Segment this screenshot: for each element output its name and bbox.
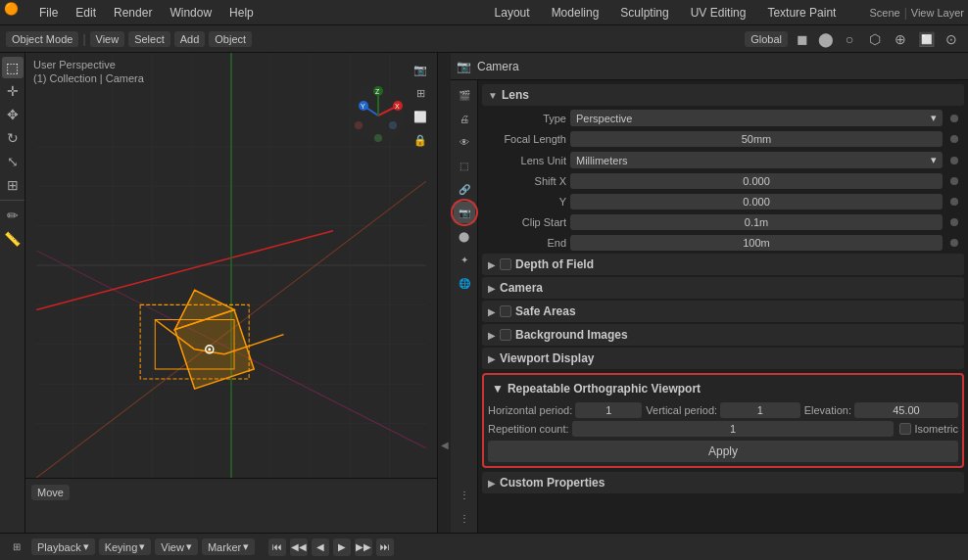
custom-props-section-header[interactable]: ▶ Custom Properties	[482, 472, 964, 493]
props-tab-output[interactable]: 🖨	[454, 108, 475, 129]
camera-section-header[interactable]: ▶ Camera	[482, 277, 964, 299]
props-tab-particles[interactable]: ✦	[454, 249, 475, 270]
tool-select[interactable]: ⬚	[2, 57, 24, 78]
lens-type-select[interactable]: Perspective ▾	[570, 110, 943, 126]
add-menu[interactable]: Add	[174, 31, 206, 47]
view-menu-bottom[interactable]: View ▾	[155, 538, 198, 555]
viewport-lock-icon[interactable]: 🔒	[410, 129, 431, 151]
shift-y-value[interactable]: 0.000	[570, 194, 943, 210]
marker-menu[interactable]: Marker ▾	[202, 538, 255, 555]
props-tab-world[interactable]: 🌐	[454, 272, 475, 294]
play-forward-btn[interactable]: ▶	[333, 538, 351, 556]
repetition-count-value[interactable]: 1	[572, 421, 895, 437]
bg-images-checkbox[interactable]	[500, 329, 511, 341]
tool-annotate[interactable]: ✏	[2, 205, 24, 226]
left-toolbar: ⬚ ✛ ✥ ↻ ⤡ ⊞ ✏ 📏	[0, 53, 25, 533]
keying-menu[interactable]: Keying ▾	[99, 538, 152, 555]
menu-file[interactable]: File	[31, 4, 66, 22]
viewport-grid-icon[interactable]: ⊞	[410, 82, 431, 104]
shift-x-value[interactable]: 0.000	[570, 173, 943, 189]
mode-selector[interactable]: Object Mode	[6, 31, 78, 47]
props-scroll-top[interactable]: ⋮	[454, 484, 475, 505]
clip-start-value[interactable]: 0.1m	[570, 214, 943, 230]
step-back-btn[interactable]: ◀◀	[290, 538, 308, 556]
repeatable-orth-header[interactable]: ▼ Repeatable Orthographic Viewport	[488, 379, 958, 398]
viewport-gizmo[interactable]: ⊕	[890, 28, 911, 50]
isometric-group[interactable]: Isometric	[899, 423, 958, 435]
viewport-overlay[interactable]: ⬡	[864, 28, 886, 50]
viewport-shading-rendered[interactable]: ○	[839, 28, 860, 50]
tool-transform[interactable]: ⊞	[2, 174, 24, 196]
menu-texture-paint[interactable]: Texture Paint	[759, 4, 844, 22]
svg-point-41	[355, 121, 363, 129]
focal-length-dot[interactable]	[950, 135, 958, 143]
menu-modeling[interactable]: Modeling	[544, 4, 607, 22]
focal-length-value[interactable]: 50mm	[570, 131, 943, 147]
props-tab-scene[interactable]: 🎬	[454, 84, 475, 106]
viewport-area[interactable]: User Perspective (1) Collection | Camera…	[25, 53, 437, 533]
menu-window[interactable]: Window	[162, 4, 219, 22]
select-menu[interactable]: Select	[128, 31, 170, 47]
jump-to-start-btn[interactable]: ⏮	[268, 538, 286, 556]
viewport-region-icon[interactable]: ⬜	[410, 106, 431, 127]
shift-x-dot[interactable]	[950, 177, 958, 185]
clip-start-dot[interactable]	[950, 218, 958, 226]
viewport-proportional[interactable]: ⊙	[941, 28, 962, 50]
tool-measure[interactable]: 📏	[2, 228, 24, 250]
menu-help[interactable]: Help	[221, 4, 262, 22]
transform-global[interactable]: Global	[745, 31, 788, 47]
shift-y-dot[interactable]	[950, 198, 958, 206]
clip-end-value[interactable]: 100m	[570, 235, 943, 251]
workspace-icon[interactable]: ⊞	[6, 537, 27, 558]
menu-sculpting[interactable]: Sculpting	[612, 4, 676, 22]
lens-unit-dot[interactable]	[950, 157, 958, 164]
lens-type-dot[interactable]	[950, 115, 958, 122]
safe-areas-checkbox[interactable]	[500, 305, 511, 317]
props-scroll-bottom[interactable]: ⋮	[454, 507, 475, 529]
viewport-shading-solid[interactable]: ◼	[792, 28, 813, 50]
tool-scale[interactable]: ⤡	[2, 151, 24, 172]
viewport-snapping[interactable]: 🔲	[915, 28, 937, 50]
props-tab-constraints[interactable]: 🔗	[454, 178, 475, 200]
viewport-shading-material[interactable]: ⬤	[815, 28, 837, 50]
menu-render[interactable]: Render	[106, 4, 160, 22]
collapse-panel-btn[interactable]: ◀	[439, 440, 450, 450]
tool-cursor[interactable]: ✛	[2, 80, 24, 102]
repeatable-orth-arrow-icon: ▼	[492, 382, 504, 396]
jump-to-end-btn[interactable]: ⏭	[376, 538, 394, 556]
viewport-toolbar: Object Mode | View Select Add Object Glo…	[0, 25, 968, 53]
props-tab-object[interactable]: ⬚	[454, 155, 475, 176]
viewport-camera-icon[interactable]: 📷	[410, 59, 431, 80]
menu-edit[interactable]: Edit	[68, 4, 104, 22]
bg-images-section-header[interactable]: ▶ Background Images	[482, 324, 964, 346]
playback-menu[interactable]: Playback ▾	[31, 538, 95, 555]
isometric-checkbox[interactable]	[899, 423, 911, 435]
props-tab-object-data[interactable]: 📷	[454, 202, 475, 223]
camera-section-title: Camera	[500, 281, 543, 295]
clip-end-dot[interactable]	[950, 239, 958, 247]
dof-checkbox[interactable]	[500, 258, 511, 270]
menu-uv-editing[interactable]: UV Editing	[683, 4, 754, 22]
move-tool-btn[interactable]: Move	[31, 485, 70, 500]
vertical-period-value[interactable]: 1	[720, 402, 800, 418]
view-menu[interactable]: View	[90, 31, 125, 47]
props-tab-material[interactable]: ⬤	[454, 225, 475, 247]
navigation-gizmo[interactable]: X Y Z	[349, 86, 408, 145]
safe-areas-section-header[interactable]: ▶ Safe Areas	[482, 301, 964, 322]
lens-unit-select[interactable]: Millimeters ▾	[570, 152, 943, 168]
dof-section-header[interactable]: ▶ Depth of Field	[482, 254, 964, 275]
apply-button[interactable]: Apply	[488, 441, 958, 462]
top-menu-bar: 🟠 File Edit Render Window Help Layout Mo…	[0, 0, 968, 25]
viewport-display-section-header[interactable]: ▶ Viewport Display	[482, 348, 964, 369]
elevation-value[interactable]: 45.00	[854, 402, 958, 418]
horizontal-period-value[interactable]: 1	[575, 402, 642, 418]
viewport-canvas[interactable]: User Perspective (1) Collection | Camera…	[25, 53, 437, 478]
object-menu[interactable]: Object	[209, 31, 252, 47]
play-back-btn[interactable]: ◀	[312, 538, 329, 556]
lens-section-header[interactable]: ▼ Lens	[482, 84, 964, 106]
step-forward-btn[interactable]: ▶▶	[355, 538, 372, 556]
tool-rotate[interactable]: ↻	[2, 127, 24, 149]
tool-move[interactable]: ✥	[2, 104, 24, 125]
menu-layout[interactable]: Layout	[487, 4, 538, 22]
props-tab-view[interactable]: 👁	[454, 131, 475, 153]
